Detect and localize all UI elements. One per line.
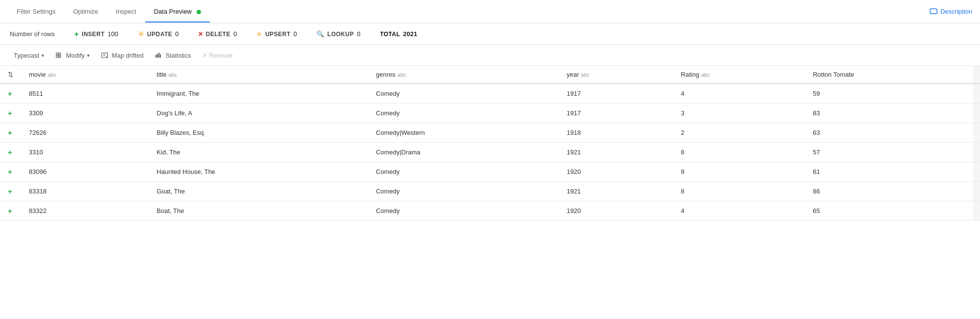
cell-rating: 4 [673,84,805,104]
stat-upsert: ✳ UPSERT 0 [256,30,297,38]
modify-button[interactable]: Modify ▾ [50,49,95,62]
table-row: +3309Dog's Life, AComedy1917383 [0,104,980,123]
row-insert-icon[interactable]: + [0,104,21,123]
col-header-rating[interactable]: Rating abc [673,66,805,84]
cell-rotten_tomatoes: 83 [805,104,973,123]
table-body: +8511Immigrant, TheComedy1917459+3309Dog… [0,84,980,221]
sort-arrows-icon: ⇅ [8,71,13,78]
cell-genres: Comedy|Drama [368,143,559,162]
svg-rect-12 [160,54,161,58]
cell-title: Boat, The [149,201,368,221]
cell-movie: 3310 [21,143,149,162]
table-header-row: ⇅ movie abc title abc [0,66,980,84]
cell-movie: 83322 [21,201,149,221]
active-dot [197,10,201,14]
row-insert-icon[interactable]: + [0,123,21,143]
cell-year: 1917 [559,104,673,123]
cell-rating: 8 [673,143,805,162]
scrollbar-cell [973,143,980,162]
table-row: +8511Immigrant, TheComedy1917459 [0,84,980,104]
scrollbar-cell [973,162,980,182]
cell-title: Immigrant, The [149,84,368,104]
cell-genres: Comedy|Western [368,123,559,143]
insert-icon: + [74,30,79,39]
modify-icon [56,52,63,59]
col-header-movie[interactable]: movie abc [21,66,149,84]
table-row: +83096Haunted House, TheComedy1920961 [0,162,980,182]
data-table-container[interactable]: ⇅ movie abc title abc [0,66,980,221]
cell-genres: Comedy [368,104,559,123]
cell-title: Billy Blazes, Esq. [149,123,368,143]
data-table: ⇅ movie abc title abc [0,66,980,221]
row-insert-icon[interactable]: + [0,182,21,201]
typecast-chevron-icon: ▾ [42,53,44,58]
cell-rotten_tomatoes: 61 [805,162,973,182]
scrollbar-cell [973,201,980,221]
table-row: +72626Billy Blazes, Esq.Comedy|Western19… [0,123,980,143]
cell-genres: Comedy [368,84,559,104]
stat-total: TOTAL 2021 [380,30,417,38]
scrollbar-header [973,66,980,84]
stat-lookup: 🔍 LOOKUP 0 [316,30,360,38]
statistics-button[interactable]: Statistics [149,49,197,62]
table-row: +83318Goat, TheComedy1921886 [0,182,980,201]
svg-rect-10 [157,54,158,58]
scrollbar-cell [973,104,980,123]
remove-icon: × [202,51,206,59]
map-drifted-icon [101,52,108,59]
cell-year: 1921 [559,143,673,162]
stat-update: ✳ UPDATE 0 [138,29,179,39]
row-insert-icon[interactable]: + [0,201,21,221]
col-header-rotten-tomatoes[interactable]: Rotton Tomate [805,66,973,84]
cell-rotten_tomatoes: 57 [805,143,973,162]
map-drifted-button[interactable]: Map drifted [95,49,149,62]
svg-rect-0 [930,9,937,14]
cell-year: 1920 [559,201,673,221]
col-header-genres[interactable]: genres abc [368,66,559,84]
description-button[interactable]: Description [930,8,972,15]
cell-year: 1921 [559,182,673,201]
cell-movie: 83096 [21,162,149,182]
scrollbar-cell [973,123,980,143]
cell-title: Kid, The [149,143,368,162]
cell-rating: 4 [673,201,805,221]
cell-rating: 3 [673,104,805,123]
cell-genres: Comedy [368,162,559,182]
row-count-label: Number of rows [10,30,55,38]
cell-rotten_tomatoes: 86 [805,182,973,201]
col-header-sort[interactable]: ⇅ [0,66,21,84]
lookup-icon: 🔍 [316,30,324,38]
row-insert-icon[interactable]: + [0,162,21,182]
cell-movie: 83318 [21,182,149,201]
tab-optimize[interactable]: Optimize [64,1,107,22]
remove-button[interactable]: × Remove [197,49,239,62]
scrollbar-cell [973,84,980,104]
top-nav: Filter Settings Optimize Inspect Data Pr… [0,0,980,23]
svg-rect-9 [156,55,156,58]
typecast-button[interactable]: Typecast ▾ [8,49,50,62]
cell-movie: 8511 [21,84,149,104]
cell-year: 1917 [559,84,673,104]
table-row: +83322Boat, TheComedy1920465 [0,201,980,221]
delete-icon: × [199,30,203,39]
cell-title: Dog's Life, A [149,104,368,123]
cell-rotten_tomatoes: 59 [805,84,973,104]
col-header-year[interactable]: year abc [559,66,673,84]
statistics-icon [155,52,162,59]
scrollbar-cell [973,182,980,201]
tab-data-preview[interactable]: Data Preview [145,1,210,22]
toolbar: Typecast ▾ Modify ▾ Map drifted Statisti… [0,45,980,66]
col-header-title[interactable]: title abc [149,66,368,84]
stats-bar: Number of rows + INSERT 100 ✳ UPDATE 0 ×… [0,23,980,45]
cell-year: 1920 [559,162,673,182]
cell-year: 1918 [559,123,673,143]
cell-movie: 72626 [21,123,149,143]
chat-icon [930,8,937,15]
tab-filter-settings[interactable]: Filter Settings [8,1,64,22]
update-icon: ✳ [138,29,144,39]
row-insert-icon[interactable]: + [0,143,21,162]
tab-inspect[interactable]: Inspect [107,1,145,22]
cell-rotten_tomatoes: 65 [805,201,973,221]
row-insert-icon[interactable]: + [0,84,21,104]
cell-genres: Comedy [368,201,559,221]
